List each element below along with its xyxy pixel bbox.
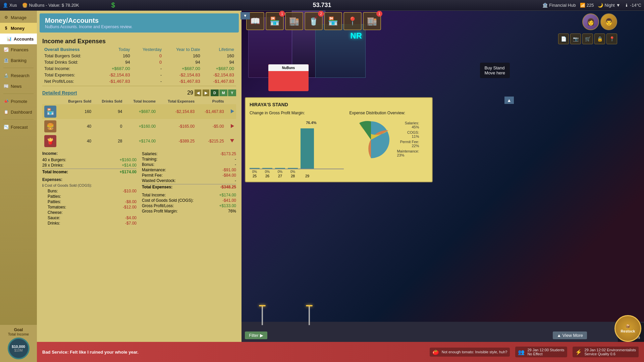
detail-report-link[interactable]: Detailed Report (42, 90, 77, 96)
x-label-pct-26: 0% (262, 170, 272, 174)
expand-cell (226, 134, 236, 148)
row-lifetime: -$1,467.83 (202, 78, 236, 84)
game-icon-shop1[interactable]: 🏪 1 (266, 12, 284, 30)
row-yesterday: 0 (132, 53, 164, 59)
avatar-1[interactable]: 👩 (582, 13, 599, 30)
table-row: Total Drinks Sold: 94 0 94 94 (42, 59, 236, 65)
view-more-button[interactable]: ▲ View More (553, 331, 587, 339)
bottom-detail: Income: 40 x Burgers: +$160.00 28 x Drin… (37, 148, 241, 229)
panel-subtitle: NuBuns Accounts. Income and Expenses rev… (45, 24, 233, 29)
goal-amount: $10,000 (12, 345, 25, 349)
training-label: Training: (142, 157, 157, 162)
main-notification: Bad Service: Felt like I ruined your who… (42, 350, 424, 355)
col-icon (42, 98, 59, 104)
game-icon-pin[interactable]: 📍 (343, 12, 362, 30)
balance-icon-center: $ (111, 1, 115, 9)
row-label: Total Drinks Sold: (42, 59, 98, 65)
view-month-button[interactable]: M (219, 89, 227, 96)
sidebar-item-research[interactable]: 🔬 Research (0, 70, 37, 81)
view-day-button[interactable]: D (211, 89, 219, 96)
sidebar-item-dashboard[interactable]: 📋 Dashboard (0, 107, 37, 117)
cogs-patties-label: Patties: (48, 194, 61, 199)
top-bar-right: 🏦 Financial Hub 📶 225 🌙 Night ▼ 🌡 -14°C (542, 3, 641, 8)
summary-cogs-label: Cost of Goods Sold (COGS): (142, 198, 194, 203)
action-doc-icon[interactable]: 📄 (558, 34, 569, 44)
notif-item-2: 👥 29 Jan 12:00 Students No Effect (515, 347, 567, 357)
legend-permit: Permit Fee:22% (397, 140, 419, 148)
day-label-29: 29 (301, 174, 314, 178)
sidebar-item-news[interactable]: 📰 News (0, 81, 37, 92)
action-cart-icon[interactable]: 🛒 (582, 34, 593, 44)
bar-chart (250, 121, 344, 169)
sidebar-item-accounts[interactable]: 📊 Accounts (0, 34, 37, 44)
view-more-label: ▲ View More (557, 333, 583, 338)
table-row[interactable]: 🍔 40 0 +$160.00 -$165.00 -$5.00 (42, 119, 236, 134)
finances-label: Finances (11, 47, 29, 52)
sidebar-item-finances[interactable]: 📈 Finances (0, 44, 37, 55)
sidebar-item-banking[interactable]: 🏦 Banking (0, 55, 37, 66)
summary-cogs-row: Cost of Goods Sold (COGS): -$41.00 (142, 198, 236, 203)
hub-label: Financial Hub (549, 3, 576, 8)
row-today: -$2,154.83 (98, 72, 132, 78)
sidebar-item-manage[interactable]: ⚙ Manage (0, 12, 37, 23)
action-camera-icon[interactable]: 📷 (570, 34, 581, 44)
bar-group-27 (275, 168, 285, 169)
avatar-2[interactable]: 👨 (600, 13, 617, 30)
sidebar: ⚙ Manage $ Money 📊 Accounts 📈 Finances 🏦… (0, 11, 37, 362)
time-info[interactable]: 🌙 Night ▼ (598, 3, 620, 8)
summary-income-row: Total Income: +$174.00 (142, 192, 236, 198)
hiraya-panel-up-button[interactable]: ▲ (504, 97, 514, 104)
sidebar-item-forecast[interactable]: 📉 Forecast (0, 122, 37, 132)
accounts-icon: 📊 (7, 36, 12, 42)
sidebar-item-money[interactable]: $ Money (0, 23, 37, 34)
pie-salaries (371, 121, 389, 158)
game-icon-shop2[interactable]: 🏬 (285, 12, 303, 30)
action-lock-icon[interactable]: 🔒 (594, 34, 605, 44)
game-icon-shop3[interactable]: 🏪 (324, 12, 342, 30)
move-here-label: Move here (485, 70, 505, 75)
collapse-panel-button[interactable]: ▼ (240, 12, 250, 19)
filter-button[interactable]: Filter ▶ (245, 331, 267, 339)
tomato-icon: 🍅 (432, 349, 439, 355)
col-overall: Overall Business (42, 46, 98, 53)
game-icons-row: 📖 🏪 1 🏬 🥤 2 🏪 📍 🏬 1 (245, 11, 382, 32)
expenses-cell: -$389.25 (158, 134, 197, 148)
summary-income-value: +$174.00 (219, 193, 236, 197)
overstock-value: - (235, 178, 236, 183)
bar-28 (288, 168, 298, 169)
detail-table-container: Burgers Sold Drinks Sold Total Income To… (37, 98, 241, 148)
row-lifetime: 94 (202, 59, 236, 65)
row-yesterday: 0 (132, 59, 164, 65)
restock-button[interactable]: 📦 Restock (614, 315, 641, 342)
summary-section: Total Income: +$174.00 Cost of Goods Sol… (142, 192, 236, 214)
action-location-icon[interactable]: 📍 (606, 34, 617, 44)
player-info: 👤 Xus (3, 3, 17, 8)
summary-income-label: Total Income: (142, 193, 166, 197)
expand-down-icon (230, 139, 234, 142)
row-yesterday: - (132, 65, 164, 72)
money-label: Money (11, 26, 24, 31)
badge-2: 2 (318, 11, 324, 17)
bonus-label: Bonus: (142, 162, 154, 167)
detail-nav: 29 ◀ ▶ D M Y (187, 89, 236, 96)
research-label: Research (11, 73, 30, 78)
prev-page-button[interactable]: ◀ (195, 89, 201, 96)
cogs-label: ℹ Cost of Goods Sold (COGS): (42, 183, 137, 188)
game-icon-shop4[interactable]: 🏬 1 (363, 12, 381, 30)
sidebar-item-promote[interactable]: 📣 Promote (0, 96, 37, 107)
bar-day-labels: 25 26 27 28 29 (250, 174, 344, 178)
next-page-button[interactable]: ▶ (203, 89, 209, 96)
accounts-label: Accounts (14, 37, 34, 42)
cogs-sauce-value: -$4.00 (125, 216, 137, 220)
total-income-value: +$174.00 (120, 170, 137, 174)
maintenance-legend-label: Maintenance:23% (397, 149, 419, 157)
salaries-legend-label: Salaries:45% (405, 121, 419, 129)
charts-container: Change in Gross Profit Margin: 76.4% (250, 111, 428, 178)
game-icon-cup[interactable]: 🥤 2 (305, 12, 323, 30)
view-year-button[interactable]: Y (228, 89, 236, 96)
goal-label: Goal (3, 327, 34, 332)
table-row[interactable]: 🍟 40 28 +$174.00 -$389.25 -$215.25 (42, 134, 236, 148)
bar-chart-section: Change in Gross Profit Margin: 76.4% (250, 111, 344, 178)
table-row[interactable]: 🏪 160 94 +$687.00 -$2,154.83 -$1,467.83 (42, 104, 236, 119)
income-drinks-label: 28 x Drinks: (42, 163, 63, 168)
